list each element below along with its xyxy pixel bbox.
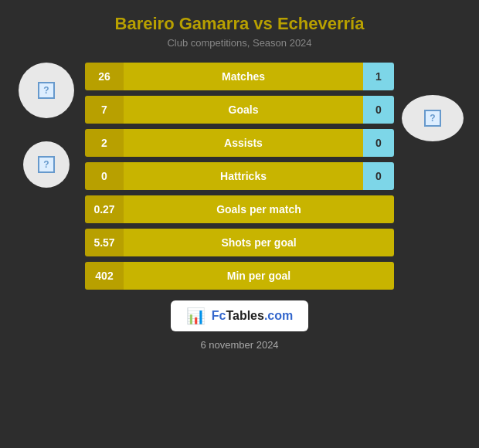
player1-avatar: ? bbox=[19, 63, 74, 118]
stats-container: 26 Matches 1 7 Goals 0 2 Assists 0 0 Hat… bbox=[85, 63, 394, 290]
date-footer: 6 november 2024 bbox=[200, 339, 278, 351]
player1-avatar-placeholder: ? bbox=[38, 82, 55, 99]
stat-left-mpg: 402 bbox=[85, 262, 124, 290]
stat-row-hattricks: 0 Hattricks 0 bbox=[85, 162, 394, 190]
subtitle: Club competitions, Season 2024 bbox=[167, 37, 311, 49]
watermark-brand-black: Tables bbox=[226, 309, 264, 322]
stat-left-matches: 26 bbox=[85, 63, 124, 90]
stat-row-goals: 7 Goals 0 bbox=[85, 96, 394, 124]
player1-avatar2-placeholder: ? bbox=[38, 156, 55, 173]
player1-avatar2: ? bbox=[23, 141, 70, 188]
stat-label-assists: Assists bbox=[124, 129, 363, 157]
stat-left-spg: 5.57 bbox=[85, 229, 124, 256]
right-player-avatars: ? bbox=[394, 95, 471, 141]
watermark-brand-dot: .com bbox=[264, 309, 293, 322]
stat-right-matches: 1 bbox=[363, 63, 394, 90]
stat-row-goals-per-match: 0.27 Goals per match bbox=[85, 195, 394, 223]
watermark: 📊 FcTables.com bbox=[171, 300, 309, 331]
stat-label-mpg: Min per goal bbox=[124, 262, 394, 290]
stat-row-matches: 26 Matches 1 bbox=[85, 63, 394, 90]
stat-left-gpm: 0.27 bbox=[85, 195, 124, 223]
player2-avatar-placeholder: ? bbox=[424, 110, 441, 127]
stat-row-assists: 2 Assists 0 bbox=[85, 129, 394, 157]
stat-label-hattricks: Hattricks bbox=[124, 162, 363, 190]
page-title: Bareiro Gamarra vs Echeverría bbox=[100, 14, 380, 34]
stat-right-hattricks: 0 bbox=[363, 162, 394, 190]
watermark-text: FcTables.com bbox=[212, 309, 294, 323]
stat-label-gpm: Goals per match bbox=[124, 195, 394, 223]
stat-left-goals: 7 bbox=[85, 96, 124, 124]
stat-right-assists: 0 bbox=[363, 129, 394, 157]
stat-label-matches: Matches bbox=[124, 63, 363, 90]
watermark-icon: 📊 bbox=[186, 307, 206, 325]
stat-right-goals: 0 bbox=[363, 96, 394, 124]
player2-avatar: ? bbox=[402, 95, 464, 141]
stat-label-spg: Shots per goal bbox=[124, 229, 394, 256]
stat-left-hattricks: 0 bbox=[85, 162, 124, 190]
left-player-avatars: ? ? bbox=[8, 63, 85, 188]
watermark-brand-colored: Fc bbox=[212, 309, 226, 322]
stat-row-shots-per-goal: 5.57 Shots per goal bbox=[85, 229, 394, 256]
stat-left-assists: 2 bbox=[85, 129, 124, 157]
stat-row-min-per-goal: 402 Min per goal bbox=[85, 262, 394, 290]
stat-label-goals: Goals bbox=[124, 96, 363, 124]
